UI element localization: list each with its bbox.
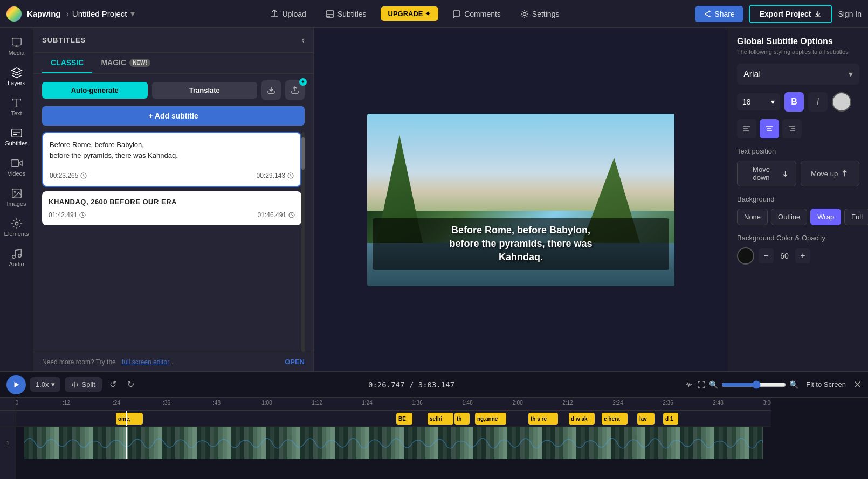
subtitle-chip-sellri[interactable]: sellri bbox=[428, 413, 453, 425]
font-select[interactable]: Arial ▾ bbox=[737, 64, 859, 85]
redo-button[interactable]: ↻ bbox=[124, 376, 137, 393]
settings-button[interactable]: Settings bbox=[515, 6, 565, 22]
project-name[interactable]: Untitled Project bbox=[72, 9, 127, 18]
scroll-indicator[interactable] bbox=[301, 132, 305, 352]
subtitles-topbar-icon bbox=[326, 10, 334, 18]
translate-button[interactable]: Translate bbox=[152, 82, 258, 99]
close-timeline-button[interactable]: ✕ bbox=[853, 379, 862, 391]
color-picker-button[interactable] bbox=[832, 92, 851, 112]
panel-title: SUBTITLES bbox=[42, 36, 86, 44]
align-center-button[interactable] bbox=[760, 119, 779, 138]
align-left-button[interactable] bbox=[737, 119, 756, 138]
sidebar-item-images[interactable]: Images bbox=[2, 183, 32, 211]
timeline-content: 1 :0 :12 :24 :36 :48 1:00 1:12 1:24 1:36… bbox=[0, 398, 868, 479]
subtitle-timestamps-2: 01:42.491 01:46.491 bbox=[49, 211, 295, 219]
sidebar-item-layers[interactable]: Layers bbox=[2, 63, 32, 91]
text-controls: 18 ▾ B I bbox=[737, 92, 859, 112]
zoom-in-icon: 🔍 bbox=[789, 380, 798, 389]
auto-generate-button[interactable]: Auto-generate bbox=[42, 82, 148, 99]
subtitle-chip-d1[interactable]: d 1 bbox=[663, 413, 678, 425]
undo-button[interactable]: ↺ bbox=[106, 376, 120, 393]
bg-color-picker[interactable] bbox=[737, 247, 754, 265]
italic-button[interactable]: I bbox=[808, 92, 828, 112]
export-button[interactable]: Export Project bbox=[749, 5, 833, 23]
align-left-icon bbox=[742, 124, 751, 133]
opacity-minus-button[interactable]: − bbox=[759, 248, 774, 263]
subtitle-text-1[interactable]: Before Rome, before Babylon, before the … bbox=[50, 140, 294, 166]
zoom-slider[interactable] bbox=[721, 380, 786, 389]
svg-rect-3 bbox=[11, 129, 21, 137]
sidebar-item-elements[interactable]: Elements bbox=[2, 213, 32, 241]
timeline-scrollable[interactable]: :0 :12 :24 :36 :48 1:00 1:12 1:24 1:36 1… bbox=[16, 398, 868, 479]
subtitle-chip-ome[interactable]: ome, bbox=[116, 413, 143, 425]
bg-outline-button[interactable]: Outline bbox=[771, 209, 807, 225]
end-time-1[interactable]: 00:29.143 bbox=[257, 172, 294, 179]
font-size-select[interactable]: 18 ▾ bbox=[737, 93, 780, 110]
subtitle-card-1[interactable]: Before Rome, before Babylon, before the … bbox=[42, 132, 301, 187]
signin-button[interactable]: Sign In bbox=[838, 10, 862, 18]
subtitle-chip-dwak[interactable]: d w ak bbox=[569, 413, 595, 425]
move-down-button[interactable]: Move down bbox=[737, 161, 796, 186]
clock-icon-3 bbox=[79, 212, 86, 218]
add-subtitle-button[interactable]: + Add subtitle bbox=[42, 106, 305, 126]
upload-icon bbox=[270, 10, 279, 18]
sidebar-item-subtitles[interactable]: Subtitles bbox=[2, 123, 32, 151]
layers-icon bbox=[11, 67, 23, 79]
scroll-thumb[interactable] bbox=[301, 137, 305, 170]
sidebar-item-videos[interactable]: Videos bbox=[2, 153, 32, 181]
subtitles-button[interactable]: Subtitles bbox=[320, 6, 372, 22]
bg-none-button[interactable]: None bbox=[737, 209, 768, 225]
subtitle-chip-be[interactable]: BE bbox=[396, 413, 412, 425]
sidebar-icons: Media Layers Text Subtitles Videos Image… bbox=[0, 28, 33, 371]
comments-button[interactable]: Comments bbox=[447, 6, 506, 22]
start-time-1[interactable]: 00:23.265 bbox=[50, 172, 87, 179]
subtitle-card-2[interactable]: KHANDAQ, 2600 BEFORE OUR ERA 01:42.491 0… bbox=[42, 191, 301, 225]
subtitle-chip-lav[interactable]: lav bbox=[637, 413, 655, 425]
timeline-right: 🔍 🔍 Fit to Screen ✕ bbox=[685, 378, 862, 391]
bg-full-button[interactable]: Full bbox=[844, 209, 868, 225]
move-up-button[interactable]: Move up bbox=[801, 161, 860, 186]
upgrade-button[interactable]: UPGRADE ✦ bbox=[381, 6, 439, 21]
open-button[interactable]: OPEN bbox=[285, 358, 305, 366]
play-button[interactable] bbox=[6, 375, 26, 394]
sidebar-item-text[interactable]: Text bbox=[2, 93, 32, 121]
upload-button[interactable]: Upload bbox=[265, 6, 311, 22]
subtitle-timestamps-1: 00:23.265 00:29.143 bbox=[50, 172, 294, 179]
export-srt-icon bbox=[291, 86, 299, 94]
subtitle-chip-ehera[interactable]: e hera bbox=[602, 413, 628, 425]
subtitle-text-2[interactable]: KHANDAQ, 2600 BEFORE OUR ERA bbox=[49, 198, 295, 206]
topbar-center: Upload Subtitles UPGRADE ✦ Comments Sett… bbox=[135, 6, 695, 22]
subtitle-chip-thsre[interactable]: th s re bbox=[528, 413, 558, 425]
export-srt-button[interactable]: + bbox=[285, 80, 305, 100]
speed-button[interactable]: 1.0x ▾ bbox=[30, 377, 60, 392]
share-button[interactable]: Share bbox=[695, 6, 743, 22]
tab-classic[interactable]: CLASSIC bbox=[42, 53, 92, 73]
sidebar-item-media[interactable]: Media bbox=[2, 32, 32, 60]
subtitle-chip-th[interactable]: th bbox=[454, 413, 470, 425]
panel-close-button[interactable]: ‹ bbox=[301, 34, 305, 46]
start-time-2[interactable]: 01:42.491 bbox=[49, 211, 86, 219]
align-right-button[interactable] bbox=[782, 119, 802, 138]
settings-icon bbox=[520, 10, 529, 18]
split-button[interactable]: Split bbox=[65, 377, 102, 392]
sidebar-item-audio[interactable]: Audio bbox=[2, 244, 32, 272]
end-time-2[interactable]: 01:46.491 bbox=[258, 211, 295, 219]
subtitle-chip-nganne[interactable]: ng,anne bbox=[475, 413, 506, 425]
share-icon bbox=[704, 10, 711, 18]
bold-button[interactable]: B bbox=[784, 92, 804, 112]
clock-icon-4 bbox=[288, 212, 295, 218]
align-controls bbox=[737, 119, 859, 138]
position-controls: Move down Move up bbox=[737, 161, 859, 186]
track-number-1: 1 bbox=[0, 427, 16, 459]
full-screen-editor-link[interactable]: full screen editor bbox=[122, 358, 169, 366]
project-chevron-icon[interactable]: ▾ bbox=[130, 9, 135, 19]
opacity-plus-button[interactable]: + bbox=[795, 248, 810, 263]
import-srt-button[interactable] bbox=[261, 80, 281, 100]
app-logo bbox=[6, 6, 22, 22]
text-position-label: Text position bbox=[737, 147, 859, 155]
zoom-out-icon: 🔍 bbox=[709, 380, 718, 389]
fit-to-screen-button[interactable]: Fit to Screen bbox=[802, 378, 850, 391]
tab-magic[interactable]: MAGIC NEW! bbox=[92, 53, 159, 73]
new-badge: NEW! bbox=[129, 59, 150, 67]
bg-wrap-button[interactable]: Wrap bbox=[810, 209, 841, 225]
